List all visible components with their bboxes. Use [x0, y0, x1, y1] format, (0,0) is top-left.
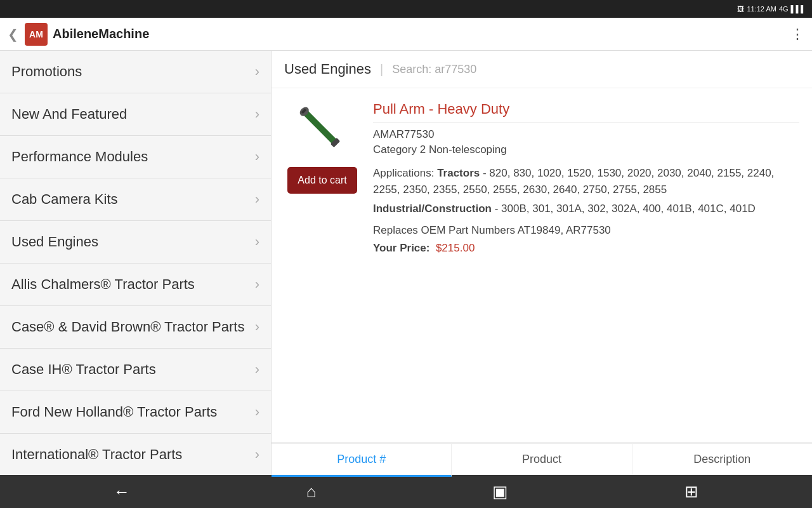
chevron-right-icon: › [255, 191, 259, 208]
sidebar-item-case-ih[interactable]: Case IH® Tractor Parts › [0, 349, 271, 391]
industrial-list: 300B, 301, 301A, 302, 302A, 400, 401B, 4… [501, 203, 756, 215]
add-to-cart-button[interactable]: Add to cart [287, 167, 357, 194]
product-image [294, 101, 351, 158]
chevron-right-icon: › [255, 319, 259, 335]
product-category: Category 2 Non-telescoping [373, 144, 799, 156]
sidebar-item-used-engines[interactable]: Used Engines › [0, 221, 271, 264]
product-title: Pull Arm - Heavy Duty [373, 101, 799, 123]
product-industrial: Industrial/Construction - 300B, 301, 301… [373, 203, 799, 215]
product-image-column: Add to cart [284, 101, 360, 429]
svg-rect-0 [302, 109, 338, 145]
nav-recent-button[interactable]: ▣ [492, 482, 508, 502]
nav-bar: ← ⌂ ▣ ⊞ [0, 475, 812, 508]
photo-icon: 🖼 [737, 5, 744, 13]
product-sku: AMAR77530 [373, 128, 799, 141]
sidebar-item-label: Promotions [11, 64, 82, 80]
tractors-label: Tractors [437, 167, 480, 179]
sidebar-item-international[interactable]: International® Tractor Parts › [0, 434, 271, 475]
sidebar: Promotions › New And Featured › Performa… [0, 51, 272, 475]
time-display: 11:12 AM [747, 5, 776, 13]
signal-icon: ▌▌▌ [791, 5, 806, 13]
sidebar-item-case-david-brown[interactable]: Case® & David Brown® Tractor Parts › [0, 306, 271, 349]
tab-product-num[interactable]: Product # [272, 444, 452, 477]
overflow-menu-icon[interactable]: ⋮ [790, 26, 804, 43]
price-value: $215.00 [436, 242, 475, 254]
app-title: AbileneMachine [53, 27, 149, 41]
sidebar-item-promotions[interactable]: Promotions › [0, 51, 271, 93]
main-container: Promotions › New And Featured › Performa… [0, 51, 812, 475]
sidebar-item-cab-camera-kits[interactable]: Cab Camera Kits › [0, 178, 271, 221]
chevron-right-icon: › [255, 446, 259, 463]
sidebar-item-new-and-featured[interactable]: New And Featured › [0, 93, 271, 136]
network-indicator: 4G [779, 5, 789, 13]
back-chevron-icon[interactable]: ❮ [8, 27, 18, 42]
chevron-right-icon: › [255, 404, 259, 420]
app-bar-left: ❮ AM AbileneMachine [8, 23, 149, 46]
chevron-right-icon: › [255, 234, 259, 250]
sidebar-item-label: New And Featured [11, 106, 127, 123]
industrial-label: Industrial/Construction [373, 203, 492, 215]
chevron-right-icon: › [255, 106, 259, 123]
chevron-right-icon: › [255, 64, 259, 80]
chevron-right-icon: › [255, 149, 259, 165]
sidebar-item-label: Ford New Holland® Tractor Parts [11, 404, 217, 420]
logo-icon: AM [25, 23, 48, 46]
sidebar-item-label: Used Engines [11, 234, 98, 250]
sidebar-item-label: Allis Chalmers® Tractor Parts [11, 276, 195, 293]
product-detail: Add to cart Pull Arm - Heavy Duty AMAR77… [272, 88, 812, 442]
sidebar-item-label: Cab Camera Kits [11, 191, 118, 208]
content-section-title: Used Engines [284, 61, 371, 77]
sidebar-item-label: Case® & David Brown® Tractor Parts [11, 319, 244, 335]
sidebar-item-ford-new-holland[interactable]: Ford New Holland® Tractor Parts › [0, 391, 271, 434]
content-area: Used Engines | Search: ar77530 [272, 51, 812, 475]
app-bar: ❮ AM AbileneMachine ⋮ [0, 18, 812, 51]
app-logo: AM AbileneMachine [25, 23, 149, 46]
status-bar: 🖼 11:12 AM 4G ▌▌▌ [0, 0, 812, 18]
nav-home-button[interactable]: ⌂ [306, 482, 317, 502]
sidebar-item-label: Performance Modules [11, 149, 148, 165]
tab-description[interactable]: Description [632, 444, 812, 475]
sidebar-item-label: Case IH® Tractor Parts [11, 361, 156, 378]
sidebar-item-performance-modules[interactable]: Performance Modules › [0, 136, 271, 178]
applications-label: Applications: [373, 167, 434, 179]
status-icons: 🖼 11:12 AM 4G ▌▌▌ [737, 5, 806, 13]
bottom-tabs: Product #ProductDescription [272, 442, 812, 475]
product-info: Pull Arm - Heavy Duty AMAR77530 Category… [373, 101, 799, 429]
sidebar-item-allis-chalmers[interactable]: Allis Chalmers® Tractor Parts › [0, 264, 271, 306]
search-query-display: Search: ar77530 [392, 63, 476, 76]
nav-back-button[interactable]: ← [114, 482, 130, 502]
content-header: Used Engines | Search: ar77530 [272, 51, 812, 88]
chevron-right-icon: › [255, 361, 259, 378]
chevron-right-icon: › [255, 276, 259, 293]
product-applications: Applications: Tractors - 820, 830, 1020,… [373, 165, 799, 197]
tab-product[interactable]: Product [452, 444, 632, 475]
header-divider: | [380, 62, 383, 77]
nav-qr-button[interactable]: ⊞ [684, 482, 698, 502]
product-price: Your Price: $215.00 [373, 242, 799, 255]
sidebar-item-label: International® Tractor Parts [11, 446, 182, 463]
your-price-label: Your Price: [373, 242, 429, 254]
product-replaces: Replaces OEM Part Numbers AT19849, AR775… [373, 224, 799, 237]
